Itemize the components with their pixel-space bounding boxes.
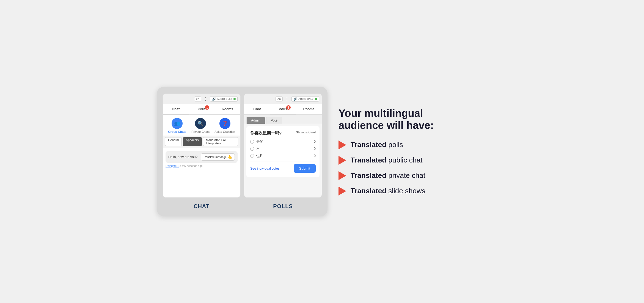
feature-public-chat-rest: public chat — [386, 156, 423, 164]
poll-option-1[interactable]: 是的 0 — [250, 139, 316, 144]
feature-polls-text: Translated polls — [351, 141, 403, 149]
private-chats-circle: 🔍 — [195, 118, 206, 129]
polls-topbar: en ⋮ 🔊 AUDIO ONLY — [244, 94, 322, 104]
polls-lang[interactable]: en — [276, 97, 283, 101]
polls-speaker-icon: 🔊 — [293, 97, 298, 101]
arrow-icon-private-chat — [338, 171, 346, 180]
chat-messages-area: Hello, how are you? Translate message 👆 … — [163, 148, 240, 197]
filter-moderator[interactable]: Moderator + All Interpreters — [203, 137, 238, 146]
filter-speakers[interactable]: Speakers — [183, 137, 202, 146]
filter-tabs: General Speakers Moderator + All Interpr… — [163, 136, 240, 148]
feature-public-chat-bold: Translated — [351, 156, 386, 164]
message-meta: Delegate 1 a few seconds ago — [166, 164, 238, 167]
chat-panel: en ⋮ 🔊 AUDIO ONLY Chat Polls 1 Rooms — [163, 93, 241, 198]
outer-wrapper: en ⋮ 🔊 AUDIO ONLY Chat Polls 1 Rooms — [157, 87, 487, 216]
speaker-icon: 🔊 — [212, 97, 216, 101]
chat-panel-tabs: Chat Polls 1 Rooms — [163, 104, 240, 115]
message-time-text: a few seconds ago — [180, 164, 202, 167]
poll-option-2[interactable]: 不 0 — [250, 146, 316, 151]
option-3-text: 也许 — [256, 153, 263, 158]
private-chats-icon-item[interactable]: 🔍 Private Chats — [191, 118, 210, 133]
headline: Your multilingualaudience will have: — [338, 108, 487, 131]
polls-menu-dots[interactable]: ⋮ — [285, 96, 289, 101]
right-content: Your multilingualaudience will have: Tra… — [338, 108, 487, 195]
radio-3 — [250, 154, 254, 158]
chat-topbar: en ⋮ 🔊 AUDIO ONLY — [163, 94, 240, 104]
group-chats-circle: 👥 — [172, 118, 183, 129]
chat-audio-label: AUDIO ONLY — [217, 98, 232, 100]
radio-1 — [250, 140, 254, 144]
feature-polls-bold: Translated — [351, 141, 386, 149]
feature-item-polls: Translated polls — [338, 141, 487, 149]
option-2-count: 0 — [314, 147, 316, 151]
tab-rooms[interactable]: Rooms — [214, 104, 240, 114]
chat-icon-row: 👥 Group Chats 🔍 Private Chats ❓ — [163, 115, 240, 136]
option-3-count: 0 — [314, 154, 316, 158]
message-sender[interactable]: Delegate 1 — [166, 164, 179, 167]
feature-list: Translated polls Translated public chat … — [338, 141, 487, 195]
message-text: Hello, how are you? — [168, 155, 197, 159]
arrow-icon-public-chat — [338, 156, 346, 165]
feature-polls-rest: polls — [386, 141, 403, 149]
ask-question-icon: ❓ — [222, 120, 228, 126]
chat-bottom-label: CHAT — [163, 201, 241, 211]
message-bubble: Hello, how are you? Translate message 👆 — [166, 151, 238, 163]
translate-message-button[interactable]: Translate message 👆 — [201, 153, 235, 161]
device-mockup: en ⋮ 🔊 AUDIO ONLY Chat Polls 1 Rooms — [157, 87, 327, 216]
arrow-icon-polls — [338, 141, 346, 149]
ask-question-circle: ❓ — [219, 118, 230, 129]
poll-divider — [250, 161, 316, 161]
polls-audio-btn[interactable]: 🔊 AUDIO ONLY — [291, 96, 319, 102]
ask-question-icon-item[interactable]: ❓ Ask a Question — [214, 118, 235, 133]
arrow-icon-slide-shows — [338, 187, 346, 195]
polls-tab-polls[interactable]: Polls 1 — [270, 104, 296, 114]
bottom-labels: CHAT POLLS — [163, 201, 322, 211]
feature-private-chat-bold: Translated — [351, 171, 386, 180]
ask-question-label: Ask a Question — [214, 130, 235, 133]
poll-content: 你喜欢星期一吗? Show original 是的 0 不 0 — [246, 126, 320, 177]
admin-vote-tabs: Admin Vote — [244, 115, 322, 124]
private-chats-icon: 🔍 — [197, 120, 203, 126]
show-original-btn[interactable]: Show original — [296, 131, 316, 134]
option-1-count: 0 — [314, 140, 316, 144]
hand-cursor-icon: 👆 — [228, 155, 232, 159]
polls-panel-tabs: Chat Polls 1 Rooms — [244, 104, 322, 115]
feature-item-public-chat: Translated public chat — [338, 156, 487, 165]
feature-slide-shows-text: Translated slide shows — [351, 187, 425, 195]
poll-question-text: 你喜欢星期一吗? — [250, 131, 282, 136]
panels-row: en ⋮ 🔊 AUDIO ONLY Chat Polls 1 Rooms — [163, 93, 322, 198]
online-dot — [233, 98, 236, 100]
polls-online-dot — [315, 98, 317, 100]
polls-tab-chat[interactable]: Chat — [244, 104, 270, 114]
polls-tab-rooms[interactable]: Rooms — [296, 104, 322, 114]
admin-tab[interactable]: Admin — [246, 117, 265, 124]
chat-lang[interactable]: en — [194, 97, 201, 101]
tab-chat[interactable]: Chat — [163, 104, 189, 114]
option-2-text: 不 — [256, 146, 260, 151]
tab-polls[interactable]: Polls 1 — [189, 104, 214, 114]
polls-badge: 1 — [205, 105, 209, 110]
feature-private-chat-text: Translated private chat — [351, 171, 425, 180]
submit-poll-button[interactable]: Submit — [294, 164, 316, 173]
chat-menu-dots[interactable]: ⋮ — [203, 96, 208, 101]
group-chats-icon-item[interactable]: 👥 Group Chats — [168, 118, 186, 133]
filter-general[interactable]: General — [165, 137, 182, 146]
feature-private-chat-rest: private chat — [386, 171, 425, 180]
option-1-text: 是的 — [256, 139, 263, 144]
feature-item-private-chat: Translated private chat — [338, 171, 487, 180]
see-votes-link[interactable]: See individual votes — [250, 167, 280, 170]
feature-item-slide-shows: Translated slide shows — [338, 187, 487, 195]
polls-panel-badge: 1 — [286, 105, 291, 110]
vote-tab[interactable]: Vote — [266, 117, 282, 124]
radio-2 — [250, 147, 254, 151]
feature-slide-shows-bold: Translated — [351, 187, 386, 195]
group-chats-icon: 👥 — [174, 120, 180, 126]
polls-audio-label: AUDIO ONLY — [298, 98, 313, 100]
poll-option-3[interactable]: 也许 0 — [250, 153, 316, 158]
poll-question: 你喜欢星期一吗? Show original — [250, 131, 316, 136]
polls-panel: en ⋮ 🔊 AUDIO ONLY Chat Polls 1 Rooms — [244, 93, 322, 198]
feature-slide-shows-rest: slide shows — [386, 187, 425, 195]
chat-audio-btn[interactable]: 🔊 AUDIO ONLY — [210, 96, 238, 102]
feature-public-chat-text: Translated public chat — [351, 156, 423, 164]
private-chats-label: Private Chats — [191, 130, 210, 133]
